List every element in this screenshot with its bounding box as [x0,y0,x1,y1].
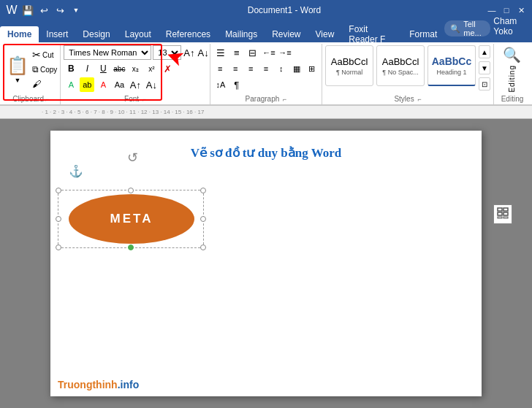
font-group-label: Font ⌐ [64,93,207,103]
style-normal-preview: AaBbCcl [331,56,368,67]
line-spacing-button[interactable]: ↕ [274,61,288,76]
underline-button[interactable]: U [96,61,110,76]
qat-dropdown[interactable]: ▼ [69,3,83,18]
styles-group: AaBbCcl ¶ Normal AaBbCcl ¶ No Spac... Aa… [322,44,494,104]
style-normal[interactable]: AaBbCcl ¶ Normal [325,45,373,86]
superscript-button[interactable]: x² [144,61,159,76]
cut-button[interactable]: ✂ Cut [32,48,57,61]
tell-me-text: Tell me... [463,20,484,37]
strikethrough-button[interactable]: abc [112,61,126,76]
watermark-blue: .info [118,379,140,390]
handle-top-right[interactable] [200,188,206,193]
meta-ellipse: META [69,194,194,244]
editing-label: Editing [501,93,524,103]
align-center-button[interactable]: ≡ [229,61,243,76]
redo-button[interactable]: ↪ [53,3,67,18]
clipboard-expand[interactable]: ⌐ [45,96,49,103]
subscript-button[interactable]: x₂ [128,61,142,76]
anchor-icon: ⚓ [69,164,83,178]
style-nospace-preview: AaBbCcl [382,56,419,67]
handle-mid-right[interactable] [200,216,206,222]
tab-layout[interactable]: Layout [118,26,159,42]
rotate-handle[interactable]: ↺ [127,150,138,166]
shading-button[interactable]: ▦ [289,61,303,76]
font-group: Times New Roman 13 A↑ A↓ B I U abc x₂ x²… [61,44,210,104]
numbering-button[interactable]: ≡ [229,45,244,60]
handle-bot-left[interactable] [56,245,61,250]
close-button[interactable]: ✕ [514,4,528,17]
para-expand[interactable]: ⌐ [283,96,286,103]
handle-bot-right[interactable] [200,245,206,250]
layout-svg [497,207,509,219]
font-family-select[interactable]: Times New Roman [64,45,151,60]
ribbon: 📋 ▼ ✂ Cut ⧉ Copy 🖌 [0,42,532,106]
maximize-button[interactable]: □ [500,4,513,17]
minimize-button[interactable]: — [485,4,498,17]
styles-expand[interactable]: ⊡ [479,77,490,91]
tab-home[interactable]: Home [0,26,39,42]
style-h1-label: Heading 1 [436,69,466,76]
undo-button[interactable]: ↩ [37,3,51,18]
justify-button[interactable]: ≡ [259,61,273,76]
align-left-button[interactable]: ≡ [213,61,227,76]
borders-button[interactable]: ⊞ [305,61,319,76]
search-binoculars-icon: 🔍 [503,46,521,63]
editing-group: 🔍 Editing Editing [494,44,531,104]
bullets-button[interactable]: ☰ [213,45,228,60]
tab-design[interactable]: Design [75,26,117,42]
tab-view[interactable]: View [308,26,342,42]
tab-format[interactable]: Format [402,26,444,42]
align-right-button[interactable]: ≡ [244,61,258,76]
ruler-marks: · 1 · 2 · 3 · 4 · 5 · 6 · 7 · 8 · 9 · 10… [1,109,204,115]
tell-me-box[interactable]: 🔍 Tell me... [444,20,490,36]
show-hide-button[interactable]: ¶ [229,77,244,92]
style-heading1[interactable]: AaBbCc Heading 1 [428,45,476,86]
italic-button[interactable]: I [80,61,94,76]
svg-rect-5 [503,217,508,218]
handle-bot-mid[interactable] [128,245,134,250]
shrink-font2-button[interactable]: A↓ [144,77,159,92]
bold-button[interactable]: B [64,61,78,76]
meta-label: META [110,212,153,226]
handle-top-left[interactable] [56,188,61,193]
change-case-button[interactable]: Aa [112,77,126,92]
font-expand[interactable]: ⌐ [142,96,146,103]
ribbon-inner: 📋 ▼ ✂ Cut ⧉ Copy 🖌 [0,42,532,104]
multilevel-button[interactable]: ⊟ [246,45,260,60]
save-button[interactable]: 💾 [20,3,35,18]
copy-button[interactable]: ⧉ Copy [32,63,57,76]
decrease-indent-button[interactable]: ←≡ [262,45,276,60]
style-no-spacing[interactable]: AaBbCcl ¶ No Spac... [376,45,425,86]
cut-icon: ✂ [32,49,41,61]
tab-insert[interactable]: Insert [39,26,75,42]
sort-button[interactable]: ↕A [213,77,228,92]
tab-references[interactable]: References [159,26,218,42]
handle-mid-left[interactable] [56,216,61,222]
styles-scroll-down[interactable]: ▼ [479,61,490,74]
shrink-font-button[interactable]: A↓ [197,45,210,60]
find-button[interactable]: 🔍 Editing [496,55,528,84]
watermark: Truongthinh.info [58,379,139,390]
ruler: · 1 · 2 · 3 · 4 · 5 · 6 · 7 · 8 · 9 · 10… [0,106,532,119]
text-effect-button[interactable]: A [64,77,78,92]
style-nospace-label: ¶ No Spac... [382,69,418,76]
increase-indent-button[interactable]: →≡ [278,45,292,60]
tab-review[interactable]: Review [265,26,308,42]
paste-button[interactable]: 📋 ▼ [4,50,31,88]
layout-icon[interactable] [493,204,512,224]
handle-top-mid[interactable] [128,188,134,193]
copy-icon: ⧉ [32,64,39,74]
format-painter-button[interactable]: 🖌 [32,77,57,91]
tab-foxit[interactable]: Foxit Reader F [341,26,402,42]
grow-font2-button[interactable]: A↑ [128,77,142,92]
styles-scroll-up[interactable]: ▲ [479,45,490,58]
paste-dropdown: ▼ [15,77,21,84]
svg-rect-0 [498,208,502,211]
highlight-color-button[interactable]: ab [80,77,94,92]
styles-expand-btn[interactable]: ⌐ [417,96,421,103]
font-color-button[interactable]: A [96,77,110,92]
selection-box[interactable]: META [58,190,204,248]
tab-mailings[interactable]: Mailings [218,26,265,42]
document-page[interactable]: Vẽ sơ đồ tư duy bằng Word ⚓ ↺ [50,131,482,396]
search-icon: 🔍 [450,24,460,34]
